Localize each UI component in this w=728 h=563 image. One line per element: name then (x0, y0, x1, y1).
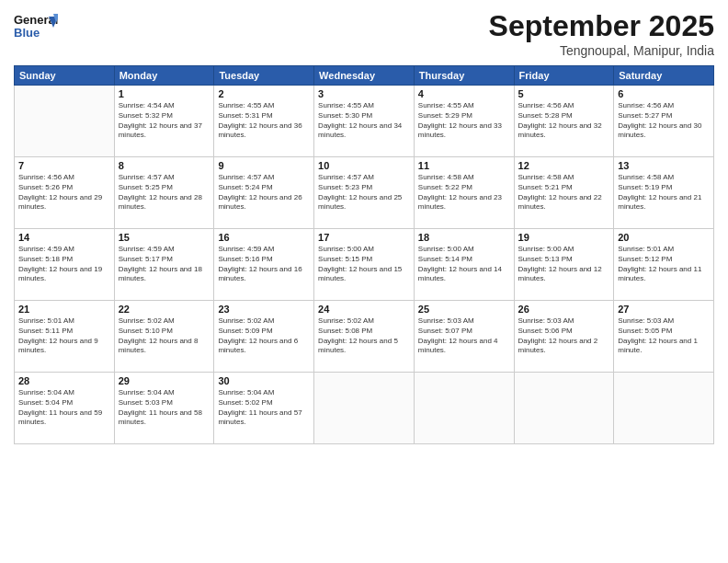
calendar-cell: 4Sunrise: 4:55 AM Sunset: 5:29 PM Daylig… (414, 86, 514, 157)
day-number: 24 (318, 304, 410, 315)
calendar-cell: 15Sunrise: 4:59 AM Sunset: 5:17 PM Dayli… (114, 229, 214, 301)
calendar-cell: 24Sunrise: 5:02 AM Sunset: 5:08 PM Dayli… (314, 301, 415, 373)
logo: General Blue (14, 9, 58, 44)
day-number: 17 (318, 232, 410, 243)
calendar-row: 1Sunrise: 4:54 AM Sunset: 5:32 PM Daylig… (15, 86, 714, 157)
day-info: Sunrise: 4:59 AM Sunset: 5:18 PM Dayligh… (18, 245, 110, 284)
header-sunday: Sunday (15, 66, 115, 86)
calendar-row: 14Sunrise: 4:59 AM Sunset: 5:18 PM Dayli… (15, 229, 714, 301)
day-number: 22 (119, 304, 210, 315)
day-info: Sunrise: 4:57 AM Sunset: 5:24 PM Dayligh… (218, 173, 310, 213)
weekday-header-row: Sunday Monday Tuesday Wednesday Thursday… (15, 66, 714, 86)
day-info: Sunrise: 5:01 AM Sunset: 5:11 PM Dayligh… (18, 316, 110, 356)
calendar-cell: 10Sunrise: 4:57 AM Sunset: 5:23 PM Dayli… (314, 157, 415, 229)
day-number: 7 (18, 160, 110, 171)
day-info: Sunrise: 5:02 AM Sunset: 5:09 PM Dayligh… (218, 316, 310, 356)
month-title: September 2025 (489, 9, 714, 43)
header-wednesday: Wednesday (314, 66, 415, 86)
day-number: 12 (518, 160, 610, 171)
calendar-cell: 28Sunrise: 5:04 AM Sunset: 5:04 PM Dayli… (15, 373, 115, 444)
calendar-cell (514, 373, 614, 444)
day-info: Sunrise: 5:00 AM Sunset: 5:15 PM Dayligh… (318, 245, 410, 284)
day-number: 1 (119, 88, 210, 99)
calendar-cell: 9Sunrise: 4:57 AM Sunset: 5:24 PM Daylig… (214, 157, 314, 229)
calendar-cell: 29Sunrise: 5:04 AM Sunset: 5:03 PM Dayli… (114, 373, 214, 444)
calendar-row: 7Sunrise: 4:56 AM Sunset: 5:26 PM Daylig… (15, 157, 714, 229)
logo-image: General Blue (14, 9, 58, 44)
calendar-cell: 12Sunrise: 4:58 AM Sunset: 5:21 PM Dayli… (514, 157, 614, 229)
header-monday: Monday (114, 66, 214, 86)
calendar-row: 28Sunrise: 5:04 AM Sunset: 5:04 PM Dayli… (15, 373, 714, 444)
calendar-cell: 16Sunrise: 4:59 AM Sunset: 5:16 PM Dayli… (214, 229, 314, 301)
calendar-cell: 21Sunrise: 5:01 AM Sunset: 5:11 PM Dayli… (15, 301, 115, 373)
day-number: 28 (18, 375, 110, 386)
day-number: 21 (18, 304, 110, 315)
day-number: 16 (218, 232, 310, 243)
header-thursday: Thursday (414, 66, 514, 86)
day-info: Sunrise: 5:01 AM Sunset: 5:12 PM Dayligh… (618, 245, 710, 284)
day-info: Sunrise: 5:00 AM Sunset: 5:13 PM Dayligh… (518, 245, 610, 284)
day-number: 5 (518, 88, 610, 99)
day-info: Sunrise: 4:56 AM Sunset: 5:27 PM Dayligh… (618, 101, 710, 141)
calendar-cell: 18Sunrise: 5:00 AM Sunset: 5:14 PM Dayli… (414, 229, 514, 301)
calendar-cell (414, 373, 514, 444)
day-number: 8 (119, 160, 210, 171)
calendar-cell: 11Sunrise: 4:58 AM Sunset: 5:22 PM Dayli… (414, 157, 514, 229)
day-number: 2 (218, 88, 310, 99)
day-info: Sunrise: 4:57 AM Sunset: 5:23 PM Dayligh… (318, 173, 410, 213)
day-number: 9 (218, 160, 310, 171)
calendar-cell: 19Sunrise: 5:00 AM Sunset: 5:13 PM Dayli… (514, 229, 614, 301)
day-info: Sunrise: 4:58 AM Sunset: 5:22 PM Dayligh… (418, 173, 510, 213)
calendar-cell: 27Sunrise: 5:03 AM Sunset: 5:05 PM Dayli… (614, 301, 714, 373)
day-info: Sunrise: 4:57 AM Sunset: 5:25 PM Dayligh… (119, 173, 210, 213)
calendar-cell: 23Sunrise: 5:02 AM Sunset: 5:09 PM Dayli… (214, 301, 314, 373)
day-info: Sunrise: 4:58 AM Sunset: 5:21 PM Dayligh… (518, 173, 610, 213)
title-section: September 2025 Tengnoupal, Manipur, Indi… (489, 9, 714, 58)
day-number: 18 (418, 232, 510, 243)
page-header: General Blue September 2025 Tengnoupal, … (14, 9, 714, 58)
day-info: Sunrise: 4:56 AM Sunset: 5:28 PM Dayligh… (518, 101, 610, 141)
day-info: Sunrise: 5:02 AM Sunset: 5:08 PM Dayligh… (318, 316, 410, 356)
day-number: 23 (218, 304, 310, 315)
day-number: 19 (518, 232, 610, 243)
calendar-cell: 26Sunrise: 5:03 AM Sunset: 5:06 PM Dayli… (514, 301, 614, 373)
svg-text:Blue: Blue (14, 26, 40, 40)
day-info: Sunrise: 5:02 AM Sunset: 5:10 PM Dayligh… (119, 316, 210, 356)
calendar-cell (614, 373, 714, 444)
calendar-cell: 20Sunrise: 5:01 AM Sunset: 5:12 PM Dayli… (614, 229, 714, 301)
day-info: Sunrise: 4:55 AM Sunset: 5:30 PM Dayligh… (318, 101, 410, 141)
day-number: 14 (18, 232, 110, 243)
calendar-cell: 7Sunrise: 4:56 AM Sunset: 5:26 PM Daylig… (15, 157, 115, 229)
day-number: 27 (618, 304, 710, 315)
day-number: 11 (418, 160, 510, 171)
day-number: 29 (119, 375, 210, 386)
day-number: 4 (418, 88, 510, 99)
day-info: Sunrise: 5:04 AM Sunset: 5:02 PM Dayligh… (218, 388, 310, 428)
day-info: Sunrise: 4:55 AM Sunset: 5:31 PM Dayligh… (218, 101, 310, 141)
calendar-cell: 13Sunrise: 4:58 AM Sunset: 5:19 PM Dayli… (614, 157, 714, 229)
day-info: Sunrise: 5:04 AM Sunset: 5:04 PM Dayligh… (18, 388, 110, 428)
calendar-cell: 6Sunrise: 4:56 AM Sunset: 5:27 PM Daylig… (614, 86, 714, 157)
calendar-cell: 5Sunrise: 4:56 AM Sunset: 5:28 PM Daylig… (514, 86, 614, 157)
day-number: 6 (618, 88, 710, 99)
day-number: 25 (418, 304, 510, 315)
header-tuesday: Tuesday (214, 66, 314, 86)
calendar-cell (15, 86, 115, 157)
day-info: Sunrise: 4:55 AM Sunset: 5:29 PM Dayligh… (418, 101, 510, 141)
day-info: Sunrise: 5:03 AM Sunset: 5:06 PM Dayligh… (518, 316, 610, 356)
calendar-cell: 25Sunrise: 5:03 AM Sunset: 5:07 PM Dayli… (414, 301, 514, 373)
day-info: Sunrise: 5:03 AM Sunset: 5:05 PM Dayligh… (618, 316, 710, 356)
day-info: Sunrise: 4:56 AM Sunset: 5:26 PM Dayligh… (18, 173, 110, 213)
day-number: 20 (618, 232, 710, 243)
day-info: Sunrise: 5:00 AM Sunset: 5:14 PM Dayligh… (418, 245, 510, 284)
calendar-cell: 17Sunrise: 5:00 AM Sunset: 5:15 PM Dayli… (314, 229, 415, 301)
header-saturday: Saturday (614, 66, 714, 86)
calendar-cell: 2Sunrise: 4:55 AM Sunset: 5:31 PM Daylig… (214, 86, 314, 157)
calendar-cell: 8Sunrise: 4:57 AM Sunset: 5:25 PM Daylig… (114, 157, 214, 229)
day-info: Sunrise: 4:58 AM Sunset: 5:19 PM Dayligh… (618, 173, 710, 213)
day-info: Sunrise: 5:04 AM Sunset: 5:03 PM Dayligh… (119, 388, 210, 428)
calendar-cell: 1Sunrise: 4:54 AM Sunset: 5:32 PM Daylig… (114, 86, 214, 157)
day-number: 30 (218, 375, 310, 386)
day-number: 13 (618, 160, 710, 171)
calendar-cell: 30Sunrise: 5:04 AM Sunset: 5:02 PM Dayli… (214, 373, 314, 444)
